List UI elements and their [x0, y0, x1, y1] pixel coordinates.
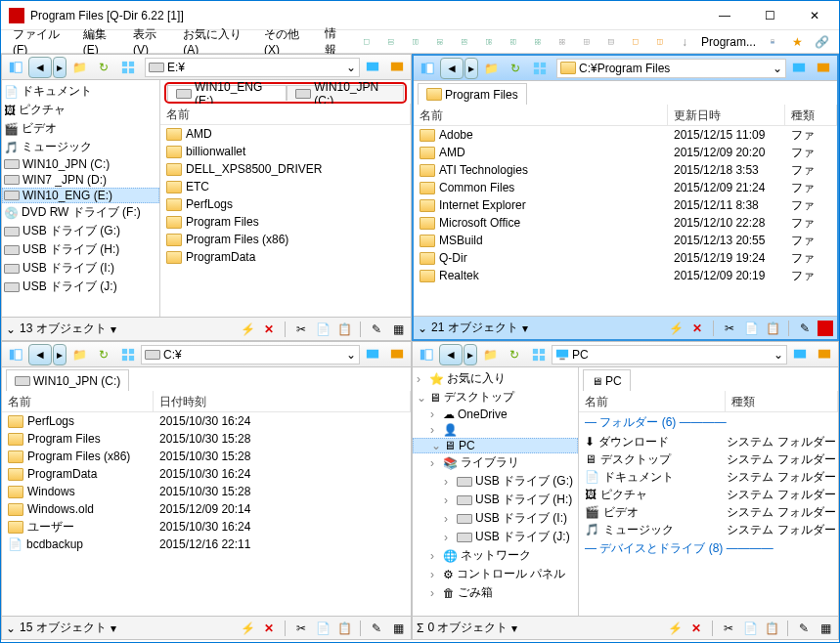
tree-item[interactable]: 🎬ビデオ [2, 119, 159, 138]
list-row[interactable]: ATI Technologies2015/12/18 3:53ファ [414, 161, 837, 179]
copy-icon[interactable]: 📄 [741, 620, 759, 637]
list-row[interactable]: Program Files2015/10/30 15:28 [2, 430, 411, 448]
tree-item[interactable]: ›⭐お気に入り [413, 369, 578, 388]
cut-icon[interactable]: ✂ [720, 620, 737, 637]
edit-icon[interactable]: ✎ [795, 620, 813, 637]
forward-button[interactable]: ▸ [53, 57, 66, 78]
tree-item[interactable]: ›⚙コントロール パネル [413, 565, 578, 583]
up-icon[interactable]: 📁 [479, 344, 501, 365]
up-icon[interactable]: 📁 [68, 57, 90, 78]
tree-toggle-icon[interactable] [5, 344, 26, 365]
list-row[interactable]: Microsoft Office2015/12/10 22:28ファ [414, 214, 837, 232]
pane-2-list[interactable]: Adobe2015/12/15 11:09ファAMD2015/12/09 20:… [414, 126, 837, 316]
expand-icon[interactable]: Σ [417, 622, 423, 635]
refresh-icon[interactable]: ↻ [93, 344, 114, 365]
expand-icon[interactable]: › [430, 568, 440, 581]
monitor-blue-icon[interactable] [362, 57, 383, 78]
bolt-icon[interactable]: ⚡ [239, 620, 256, 637]
layout-hide-icon[interactable] [625, 31, 646, 53]
paste-icon[interactable]: 📋 [763, 620, 780, 637]
layout-4a-icon[interactable] [552, 31, 573, 53]
refresh-icon[interactable]: ↻ [505, 58, 526, 79]
copy-icon[interactable]: 📄 [314, 321, 332, 338]
tree-item[interactable]: ›USB ドライブ (G:) [413, 472, 578, 491]
expand-icon[interactable]: › [444, 512, 454, 526]
tree-item[interactable]: ›👤 [413, 422, 578, 438]
dropdown-icon[interactable]: ⌄ [773, 62, 782, 75]
copy-icon[interactable]: 📄 [314, 620, 332, 637]
tree-toggle-icon[interactable] [417, 58, 438, 79]
tree-item[interactable]: USB ドライブ (I:) [2, 259, 159, 278]
address-bar[interactable]: C:¥Program Files ⌄ [556, 59, 786, 78]
tree-item[interactable]: ›☁OneDrive [413, 407, 578, 422]
forward-button[interactable]: ▸ [464, 344, 477, 365]
cut-icon[interactable]: ✂ [721, 320, 738, 337]
list-row[interactable]: 🖥デスクトップシステム フォルダー [579, 450, 838, 468]
link-icon[interactable]: 🔗 [811, 31, 832, 53]
program-menu[interactable]: Program... [697, 35, 760, 49]
layout-3c-icon[interactable] [478, 31, 500, 53]
monitor-blue-icon[interactable] [362, 344, 383, 365]
tree-item[interactable]: WIN10_ENG (E:) [2, 188, 159, 203]
tree-item[interactable]: USB ドライブ (J:) [2, 278, 159, 296]
monitor-orange-icon[interactable] [386, 344, 408, 365]
dropdown-icon[interactable]: ▾ [511, 622, 517, 635]
dropdown-icon[interactable]: ▾ [111, 622, 116, 635]
list-row[interactable]: AMD2015/12/09 20:20ファ [414, 144, 837, 161]
dropdown-icon[interactable]: ⌄ [774, 348, 783, 362]
list-row[interactable]: ETC [160, 178, 411, 195]
expand-icon[interactable]: ⌄ [6, 322, 16, 336]
bolt-icon[interactable]: ⚡ [239, 321, 256, 338]
list-row[interactable]: Program Files [160, 213, 411, 231]
tree-toggle-icon[interactable] [416, 344, 437, 365]
expand-icon[interactable]: ⌄ [418, 322, 427, 335]
edit-icon[interactable]: ✎ [796, 320, 814, 337]
layout-2h-icon[interactable] [380, 31, 402, 53]
tree-item[interactable]: 📄ドキュメント [2, 82, 159, 101]
layout-4c-icon[interactable] [600, 31, 622, 53]
layout-cycle-icon[interactable] [649, 31, 671, 53]
tab[interactable]: Program Files [418, 83, 527, 105]
expand-icon[interactable]: ⌄ [431, 439, 441, 452]
tree-item[interactable]: ⌄🖥デスクトップ [413, 388, 578, 407]
col-type[interactable]: 種類 [726, 391, 838, 411]
list-row[interactable]: ProgramData2015/10/30 16:24 [2, 465, 411, 483]
list-row[interactable]: 🎬ビデオシステム フォルダー [579, 503, 838, 521]
layout-3a-icon[interactable] [429, 31, 451, 53]
pane-4-list[interactable]: — フォルダー (6) ————⬇ダウンロードシステム フォルダー🖥デスクトップ… [579, 412, 838, 616]
list-row[interactable]: ⬇ダウンロードシステム フォルダー [579, 433, 838, 450]
minimize-button[interactable]: — [702, 1, 747, 30]
layout-4-icon[interactable] [527, 31, 549, 53]
expand-icon[interactable]: ⌄ [417, 391, 426, 405]
properties-icon[interactable]: ▦ [817, 620, 834, 637]
monitor-blue-icon[interactable] [789, 344, 811, 365]
tree-item[interactable]: 🎵ミュージック [2, 138, 159, 156]
cut-icon[interactable]: ✂ [292, 321, 310, 338]
layout-2v-icon[interactable] [405, 31, 426, 53]
col-date[interactable]: 更新日時 [668, 105, 785, 125]
tree-item[interactable]: ›USB ドライブ (I:) [413, 509, 578, 528]
back-button[interactable]: ◄ [440, 58, 464, 79]
list-row[interactable]: Realtek2015/12/09 20:19ファ [414, 267, 837, 284]
tree-item[interactable]: WIN10_JPN (C:) [2, 156, 159, 172]
list-row[interactable]: PerfLogs [160, 195, 411, 213]
delete-icon[interactable]: ✕ [687, 620, 705, 637]
tab[interactable]: WIN10_ENG (E:) [167, 85, 287, 101]
expand-icon[interactable]: › [430, 407, 440, 421]
pane-1-tree[interactable]: 📄ドキュメント🖼ピクチャ🎬ビデオ🎵ミュージックWIN10_JPN (C:)WIN… [2, 80, 160, 317]
list-row[interactable]: ProgramData [160, 248, 411, 266]
list-row[interactable]: AMD [160, 125, 411, 143]
list-row[interactable]: Program Files (x86)2015/10/30 15:28 [2, 448, 411, 465]
bolt-icon[interactable]: ⚡ [667, 320, 685, 337]
expand-icon[interactable]: ⌄ [6, 622, 16, 635]
views-icon[interactable] [529, 58, 551, 79]
list-row[interactable]: Q-Dir2015/12/19 19:24ファ [414, 249, 837, 267]
expand-icon[interactable]: › [430, 456, 440, 470]
expand-icon[interactable]: › [430, 549, 440, 563]
tree-item[interactable]: ⌄🖥PC [413, 438, 578, 453]
tree-toggle-icon[interactable] [5, 57, 26, 78]
pane-1-list[interactable]: AMDbillionwalletDELL_XPS8500_DRIVERETCPe… [160, 125, 411, 317]
close-button[interactable]: ✕ [792, 1, 837, 30]
bolt-icon[interactable]: ⚡ [666, 620, 684, 637]
monitor-orange-icon[interactable] [813, 58, 834, 79]
